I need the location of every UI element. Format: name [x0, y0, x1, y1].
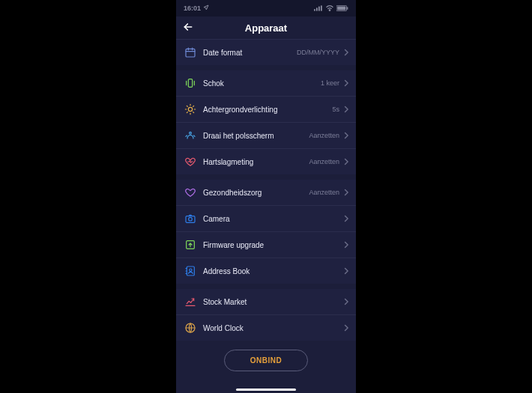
unbind-button[interactable]: ONBIND — [224, 350, 308, 371]
svg-point-10 — [188, 107, 192, 111]
row-label: Date format — [203, 49, 297, 57]
settings-list: Date formatDD/MM/YYYYSchok1 keerAchtergr… — [176, 40, 356, 341]
status-time: 16:01 — [184, 4, 201, 12]
row-addressbook[interactable]: Address Book — [176, 258, 356, 284]
row-label: World Clock — [203, 324, 344, 332]
chevron-right-icon — [344, 241, 348, 249]
row-value: 1 keer — [321, 79, 339, 87]
status-bar: 16:01 — [176, 0, 356, 16]
row-label: Address Book — [203, 267, 344, 275]
svg-point-11 — [190, 132, 192, 134]
signal-icon — [314, 5, 323, 11]
row-label: Hartslagmeting — [203, 158, 309, 166]
home-indicator — [236, 389, 296, 391]
healthheart-icon — [184, 186, 197, 199]
row-label: Schok — [203, 79, 321, 88]
chevron-right-icon — [344, 49, 348, 56]
chevron-right-icon — [344, 158, 348, 165]
sun-icon — [184, 103, 197, 116]
header: Apparaat — [176, 16, 356, 40]
row-value: Aanzetten — [309, 158, 339, 165]
chevron-right-icon — [344, 106, 348, 113]
row-value: 5s — [332, 106, 339, 113]
svg-point-16 — [190, 269, 192, 271]
row-firmware[interactable]: Firmware upgrade — [176, 231, 356, 258]
page-title: Apparaat — [176, 22, 356, 34]
camera-icon — [184, 212, 197, 225]
svg-rect-0 — [314, 9, 315, 10]
settings-group: GezondheidszorgAanzettenCameraFirmware u… — [176, 180, 356, 284]
heart-icon — [184, 155, 197, 168]
globe-icon — [184, 321, 197, 335]
row-date-format[interactable]: Date formatDD/MM/YYYY — [176, 40, 356, 65]
svg-point-4 — [329, 10, 330, 10]
row-healthcare[interactable]: GezondheidszorgAanzetten — [176, 180, 356, 205]
row-value: Aanzetten — [309, 132, 339, 139]
svg-rect-3 — [321, 5, 322, 10]
settings-group: Stock MarketWorld Clock — [176, 289, 356, 341]
calendar-icon — [184, 46, 197, 59]
wifi-icon — [325, 5, 334, 11]
battery-icon — [336, 5, 348, 11]
row-label: Gezondheidszorg — [203, 189, 309, 197]
settings-group: Date formatDD/MM/YYYY — [176, 40, 356, 65]
stock-icon — [184, 295, 197, 308]
row-value: Aanzetten — [309, 189, 339, 196]
row-wrist[interactable]: Draai het polsschermAanzetten — [176, 122, 356, 148]
unbind-wrap: ONBIND — [176, 341, 356, 374]
chevron-right-icon — [344, 324, 348, 332]
location-icon — [203, 4, 209, 12]
row-label: Firmware upgrade — [203, 241, 344, 249]
chevron-right-icon — [344, 79, 348, 87]
vibrate-icon — [184, 76, 197, 90]
upgrade-icon — [184, 238, 197, 252]
back-button[interactable] — [182, 21, 194, 36]
wrist-icon — [184, 129, 197, 142]
phone-frame: 16:01 Apparaat — [176, 0, 356, 393]
row-shock[interactable]: Schok1 keer — [176, 70, 356, 96]
row-camera[interactable]: Camera — [176, 205, 356, 231]
svg-rect-1 — [316, 7, 318, 10]
svg-rect-2 — [318, 7, 320, 11]
chevron-right-icon — [344, 132, 348, 139]
chevron-right-icon — [344, 215, 348, 222]
row-label: Achtergrondverlichting — [203, 106, 332, 114]
row-heartrate[interactable]: HartslagmetingAanzetten — [176, 148, 356, 174]
row-worldclock[interactable]: World Clock — [176, 314, 356, 341]
svg-rect-7 — [347, 7, 348, 10]
svg-point-13 — [189, 217, 193, 221]
settings-group: Schok1 keerAchtergrondverlichting5sDraai… — [176, 70, 356, 174]
row-label: Camera — [203, 215, 344, 223]
row-stockmarket[interactable]: Stock Market — [176, 289, 356, 314]
addressbook-icon — [184, 264, 197, 278]
chevron-right-icon — [344, 298, 348, 305]
row-value: DD/MM/YYYY — [297, 49, 339, 56]
row-label: Draai het polsscherm — [203, 132, 309, 140]
row-backlight[interactable]: Achtergrondverlichting5s — [176, 96, 356, 122]
svg-rect-8 — [186, 49, 195, 57]
chevron-right-icon — [344, 267, 348, 275]
svg-rect-6 — [337, 7, 345, 10]
row-label: Stock Market — [203, 298, 344, 306]
chevron-right-icon — [344, 189, 348, 196]
svg-rect-9 — [188, 79, 192, 88]
